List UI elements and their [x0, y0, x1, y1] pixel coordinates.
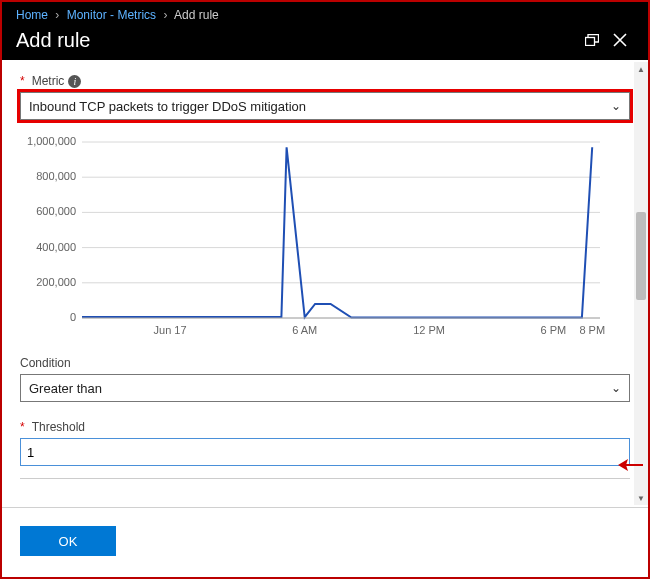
svg-text:8 PM: 8 PM — [579, 324, 605, 336]
required-indicator: * — [20, 420, 25, 434]
metric-select[interactable]: Inbound TCP packets to trigger DDoS miti… — [20, 92, 630, 120]
metric-select-value: Inbound TCP packets to trigger DDoS miti… — [29, 99, 611, 114]
svg-text:400,000: 400,000 — [36, 241, 76, 253]
metric-label: Metric — [32, 74, 65, 88]
ok-button[interactable]: OK — [20, 526, 116, 556]
svg-text:6 PM: 6 PM — [541, 324, 567, 336]
condition-label-row: Condition — [20, 356, 630, 370]
threshold-label-row: * Threshold — [20, 420, 630, 434]
breadcrumb: Home › Monitor - Metrics › Add rule — [2, 2, 648, 24]
svg-text:600,000: 600,000 — [36, 205, 76, 217]
separator — [20, 478, 630, 479]
scroll-down-icon[interactable]: ▼ — [634, 491, 648, 505]
breadcrumb-sep: › — [163, 8, 167, 22]
svg-text:1,000,000: 1,000,000 — [27, 135, 76, 147]
metric-label-row: * Metric i — [20, 74, 630, 88]
threshold-input-wrap[interactable] — [20, 438, 630, 466]
chart-svg: 0200,000400,000600,000800,0001,000,000Ju… — [20, 134, 608, 344]
svg-text:800,000: 800,000 — [36, 170, 76, 182]
condition-select-value: Greater than — [29, 381, 611, 396]
condition-label: Condition — [20, 356, 71, 370]
svg-text:12 PM: 12 PM — [413, 324, 445, 336]
page-title: Add rule — [16, 29, 578, 52]
metric-chart: 0200,000400,000600,000800,0001,000,000Ju… — [20, 134, 630, 344]
chevron-down-icon: ⌄ — [611, 381, 621, 395]
scroll-up-icon[interactable]: ▲ — [634, 62, 648, 76]
breadcrumb-link-monitor[interactable]: Monitor - Metrics — [67, 8, 156, 22]
threshold-input[interactable] — [27, 445, 623, 460]
scrollbar-thumb[interactable] — [636, 212, 646, 300]
condition-select[interactable]: Greater than ⌄ — [20, 374, 630, 402]
svg-text:200,000: 200,000 — [36, 276, 76, 288]
scrollbar[interactable]: ▲ ▼ — [634, 62, 648, 505]
footer: OK — [2, 507, 648, 577]
panel-content: * Metric i Inbound TCP packets to trigge… — [2, 60, 648, 490]
breadcrumb-sep: › — [55, 8, 59, 22]
title-bar: Home › Monitor - Metrics › Add rule Add … — [2, 2, 648, 60]
svg-text:0: 0 — [70, 311, 76, 323]
svg-text:6 AM: 6 AM — [292, 324, 317, 336]
svg-text:Jun 17: Jun 17 — [154, 324, 187, 336]
breadcrumb-current: Add rule — [174, 8, 219, 22]
info-icon[interactable]: i — [68, 75, 81, 88]
chevron-down-icon: ⌄ — [611, 99, 621, 113]
svg-rect-0 — [586, 38, 595, 46]
breadcrumb-link-home[interactable]: Home — [16, 8, 48, 22]
threshold-label: Threshold — [32, 420, 85, 434]
restore-window-icon[interactable] — [578, 26, 606, 54]
close-icon[interactable] — [606, 26, 634, 54]
required-indicator: * — [20, 74, 25, 88]
